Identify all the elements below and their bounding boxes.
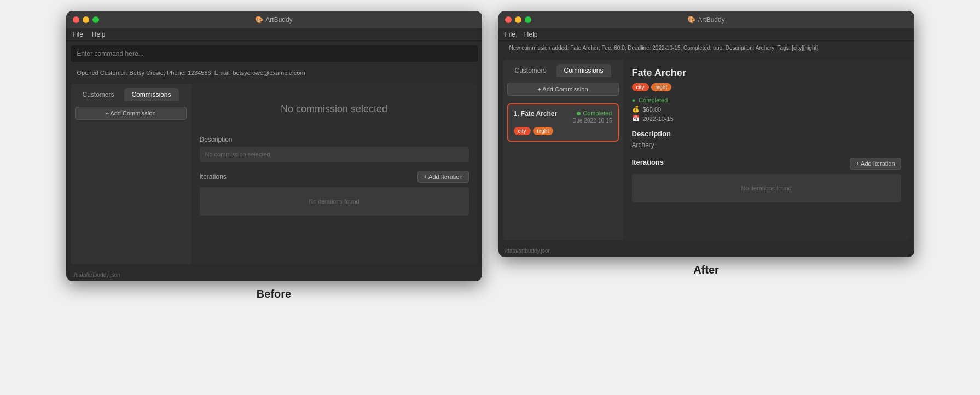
fee-icon: 💰 bbox=[632, 106, 640, 113]
detail-title: Fate Archer bbox=[632, 67, 901, 79]
file-menu-after[interactable]: File bbox=[505, 31, 515, 38]
file-menu-before[interactable]: File bbox=[73, 31, 83, 38]
deadline-icon: 📅 bbox=[632, 115, 640, 122]
description-box-before: No commission selected bbox=[200, 147, 469, 162]
meta-fee: 💰 $60.00 bbox=[632, 106, 901, 113]
title-bar-after: 🎨 ArtBuddy bbox=[498, 11, 914, 28]
maximize-button[interactable] bbox=[92, 16, 99, 23]
app-title-after: 🎨 ArtBuddy bbox=[687, 16, 724, 24]
tab-customers-after[interactable]: Customers bbox=[507, 64, 554, 77]
before-window: 🎨 ArtBuddy File Help Enter command here.… bbox=[66, 11, 482, 281]
close-button-after[interactable] bbox=[505, 16, 512, 23]
artbuddy-icon-before: 🎨 bbox=[255, 16, 263, 24]
completed-badge: Completed bbox=[577, 110, 612, 117]
minimize-button-after[interactable] bbox=[515, 16, 521, 23]
commission-tags: city night bbox=[514, 127, 612, 135]
help-menu-after[interactable]: Help bbox=[524, 31, 538, 38]
add-iteration-button-before[interactable]: + Add Iteration bbox=[417, 171, 468, 183]
notification-bar-after: New commission added: Fate Archer; Fee: … bbox=[503, 41, 910, 55]
add-iteration-button-after[interactable]: + Add Iteration bbox=[850, 158, 901, 170]
tab-commissions-before[interactable]: Commissions bbox=[124, 88, 179, 101]
status-bar-before: Opened Customer: Betsy Crowe; Phone: 123… bbox=[71, 66, 478, 79]
add-commission-button-after[interactable]: + Add Commission bbox=[507, 83, 619, 96]
commission-list-item[interactable]: 1. Fate Archer Completed Due 2022-10-15 bbox=[507, 103, 619, 142]
no-commission-text: No commission selected bbox=[281, 103, 387, 115]
close-button[interactable] bbox=[73, 16, 79, 23]
meta-completed: ● Completed bbox=[632, 97, 901, 103]
detail-panel-after: Fate Archer city night ● Completed 💰 $60… bbox=[623, 60, 910, 240]
detail-tag-city: city bbox=[632, 83, 649, 91]
after-wrapper: 🎨 ArtBuddy File Help New commission adde… bbox=[498, 11, 914, 276]
completed-icon: ● bbox=[632, 97, 636, 103]
detail-tag-night: night bbox=[651, 83, 672, 91]
detail-description-text: Archery bbox=[632, 141, 901, 149]
tab-commissions-after[interactable]: Commissions bbox=[556, 64, 611, 77]
artbuddy-icon-after: 🎨 bbox=[687, 16, 695, 24]
main-content-before: Customers Commissions + Add Commission N… bbox=[71, 84, 478, 264]
detail-description-label: Description bbox=[632, 130, 901, 138]
menu-bar-before: File Help bbox=[66, 28, 482, 41]
due-date: Due 2022-10-15 bbox=[572, 118, 612, 124]
detail-meta: ● Completed 💰 $60.00 📅 2022-10-15 bbox=[632, 97, 901, 122]
iterations-label-before: Iterations bbox=[200, 173, 227, 181]
meta-deadline: 📅 2022-10-15 bbox=[632, 115, 901, 122]
minimize-button[interactable] bbox=[83, 16, 89, 23]
add-commission-button-before[interactable]: + Add Commission bbox=[75, 107, 187, 120]
maximize-button-after[interactable] bbox=[525, 16, 531, 23]
iterations-label-after: Iterations bbox=[632, 158, 664, 166]
app-title-before: 🎨 ArtBuddy bbox=[255, 16, 292, 24]
main-content-after: Customers Commissions + Add Commission 1… bbox=[503, 60, 910, 240]
after-window: 🎨 ArtBuddy File Help New commission adde… bbox=[498, 11, 914, 257]
detail-tags: city night bbox=[632, 83, 901, 91]
traffic-lights-after bbox=[505, 16, 531, 23]
command-input-before[interactable]: Enter command here... bbox=[77, 50, 471, 57]
no-iterations-box-before: No iterations found bbox=[200, 187, 469, 216]
before-label: Before bbox=[257, 288, 291, 300]
iterations-header-after: Iterations + Add Iteration bbox=[632, 158, 901, 170]
status-dot bbox=[577, 112, 581, 115]
tag-city: city bbox=[514, 127, 531, 135]
menu-bar-after: File Help bbox=[498, 28, 914, 41]
tabs-after: Customers Commissions bbox=[503, 60, 623, 77]
left-panel-after: Customers Commissions + Add Commission 1… bbox=[503, 60, 623, 240]
after-label: After bbox=[693, 264, 719, 276]
bottom-path-before: ./data/artbuddy.json bbox=[66, 269, 482, 281]
description-label-before: Description bbox=[200, 136, 469, 143]
commission-item-header: 1. Fate Archer Completed Due 2022-10-15 bbox=[514, 110, 612, 124]
tabs-before: Customers Commissions bbox=[71, 84, 191, 101]
command-bar-before[interactable]: Enter command here... bbox=[71, 45, 478, 62]
right-panel-before: No commission selected Description No co… bbox=[191, 84, 478, 264]
left-panel-before: Customers Commissions + Add Commission bbox=[71, 84, 191, 264]
bottom-path-after: /data/artbuddy.json bbox=[498, 245, 914, 257]
tab-customers-before[interactable]: Customers bbox=[75, 88, 122, 101]
before-wrapper: 🎨 ArtBuddy File Help Enter command here.… bbox=[66, 11, 482, 300]
title-bar-before: 🎨 ArtBuddy bbox=[66, 11, 482, 28]
traffic-lights-before bbox=[73, 16, 99, 23]
description-section-before: Description No commission selected bbox=[200, 136, 469, 171]
commission-status: Completed Due 2022-10-15 bbox=[572, 110, 612, 124]
tag-night: night bbox=[533, 127, 554, 135]
help-menu-before[interactable]: Help bbox=[92, 31, 106, 38]
iterations-header-before: Iterations + Add Iteration bbox=[200, 171, 469, 183]
no-iterations-box-after: No iterations found bbox=[632, 174, 901, 202]
commission-number-name: 1. Fate Archer bbox=[514, 110, 558, 118]
